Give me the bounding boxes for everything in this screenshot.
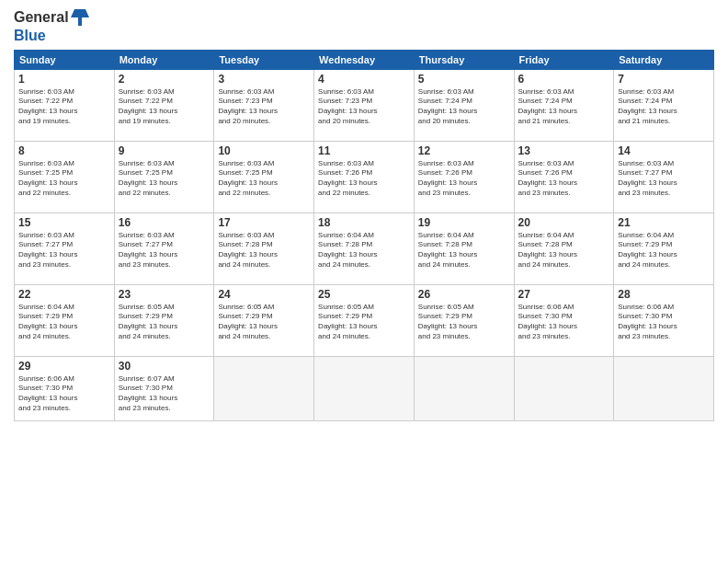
day-info: Sunrise: 6:06 AM Sunset: 7:30 PM Dayligh… [518,303,610,342]
calendar-cell: 19Sunrise: 6:04 AM Sunset: 7:28 PM Dayli… [414,213,514,284]
calendar-cell: 17Sunrise: 6:03 AM Sunset: 7:28 PM Dayli… [214,213,314,284]
calendar-cell: 25Sunrise: 6:05 AM Sunset: 7:29 PM Dayli… [314,284,415,356]
calendar-cell: 26Sunrise: 6:05 AM Sunset: 7:29 PM Dayli… [414,284,514,356]
day-number: 30 [119,360,210,373]
day-number: 25 [318,288,410,301]
day-number: 1 [18,73,110,86]
calendar-cell [514,356,614,420]
day-number: 14 [618,144,710,157]
calendar-cell: 13Sunrise: 6:03 AM Sunset: 7:26 PM Dayli… [514,141,614,213]
calendar-cell: 10Sunrise: 6:03 AM Sunset: 7:25 PM Dayli… [214,141,314,213]
weekday-header-saturday: Saturday [614,50,714,69]
weekday-header-wednesday: Wednesday [314,50,415,69]
day-number: 28 [618,288,710,301]
day-number: 5 [418,73,510,86]
day-number: 19 [418,216,510,229]
day-number: 12 [418,144,510,157]
day-number: 13 [518,144,610,157]
generalblue-arrow-icon [71,9,89,26]
calendar-cell: 27Sunrise: 6:06 AM Sunset: 7:30 PM Dayli… [514,284,614,356]
calendar-cell [214,356,314,420]
day-info: Sunrise: 6:03 AM Sunset: 7:25 PM Dayligh… [18,159,110,199]
day-info: Sunrise: 6:05 AM Sunset: 7:29 PM Dayligh… [218,303,310,342]
day-number: 22 [18,288,110,301]
calendar-cell: 15Sunrise: 6:03 AM Sunset: 7:27 PM Dayli… [15,213,115,284]
calendar-cell: 18Sunrise: 6:04 AM Sunset: 7:28 PM Dayli… [314,213,415,284]
day-info: Sunrise: 6:03 AM Sunset: 7:22 PM Dayligh… [119,87,210,127]
day-number: 27 [518,288,610,301]
calendar-table: SundayMondayTuesdayWednesdayThursdayFrid… [14,50,714,421]
day-info: Sunrise: 6:03 AM Sunset: 7:26 PM Dayligh… [418,159,510,199]
calendar-cell: 3Sunrise: 6:03 AM Sunset: 7:23 PM Daylig… [214,69,314,141]
calendar-week-row: 22Sunrise: 6:04 AM Sunset: 7:29 PM Dayli… [15,284,714,356]
day-info: Sunrise: 6:07 AM Sunset: 7:30 PM Dayligh… [119,374,210,414]
day-info: Sunrise: 6:04 AM Sunset: 7:28 PM Dayligh… [518,231,610,270]
day-info: Sunrise: 6:03 AM Sunset: 7:24 PM Dayligh… [618,87,710,127]
calendar-cell: 22Sunrise: 6:04 AM Sunset: 7:29 PM Dayli… [15,284,115,356]
day-number: 7 [618,73,710,86]
calendar-week-row: 29Sunrise: 6:06 AM Sunset: 7:30 PM Dayli… [15,356,714,420]
day-number: 9 [119,144,210,157]
header: GeneralBlue [14,9,714,44]
calendar-cell: 14Sunrise: 6:03 AM Sunset: 7:27 PM Dayli… [614,141,714,213]
day-info: Sunrise: 6:03 AM Sunset: 7:27 PM Dayligh… [119,231,210,270]
day-info: Sunrise: 6:03 AM Sunset: 7:23 PM Dayligh… [318,87,410,127]
calendar-cell: 5Sunrise: 6:03 AM Sunset: 7:24 PM Daylig… [414,69,514,141]
calendar-week-row: 15Sunrise: 6:03 AM Sunset: 7:27 PM Dayli… [15,213,714,284]
day-number: 26 [418,288,510,301]
day-number: 4 [318,73,410,86]
day-number: 17 [218,216,310,229]
calendar-week-row: 1Sunrise: 6:03 AM Sunset: 7:22 PM Daylig… [15,69,714,141]
page: GeneralBlue SundayMondayTuesdayWednesday… [0,0,728,563]
day-number: 20 [518,216,610,229]
day-info: Sunrise: 6:03 AM Sunset: 7:23 PM Dayligh… [218,87,310,127]
weekday-header-thursday: Thursday [414,50,514,69]
calendar-cell [414,356,514,420]
day-info: Sunrise: 6:03 AM Sunset: 7:26 PM Dayligh… [318,159,410,199]
calendar-cell: 12Sunrise: 6:03 AM Sunset: 7:26 PM Dayli… [414,141,514,213]
weekday-header-tuesday: Tuesday [214,50,314,69]
calendar-cell: 24Sunrise: 6:05 AM Sunset: 7:29 PM Dayli… [214,284,314,356]
calendar-cell: 11Sunrise: 6:03 AM Sunset: 7:26 PM Dayli… [314,141,415,213]
calendar-cell: 21Sunrise: 6:04 AM Sunset: 7:29 PM Dayli… [614,213,714,284]
day-info: Sunrise: 6:06 AM Sunset: 7:30 PM Dayligh… [618,303,710,342]
day-info: Sunrise: 6:03 AM Sunset: 7:27 PM Dayligh… [618,159,710,199]
day-info: Sunrise: 6:06 AM Sunset: 7:30 PM Dayligh… [18,374,110,414]
day-info: Sunrise: 6:05 AM Sunset: 7:29 PM Dayligh… [318,303,410,342]
calendar-cell: 7Sunrise: 6:03 AM Sunset: 7:24 PM Daylig… [614,69,714,141]
weekday-header-friday: Friday [514,50,614,69]
calendar-cell: 9Sunrise: 6:03 AM Sunset: 7:25 PM Daylig… [114,141,214,213]
day-number: 18 [318,216,410,229]
logo: GeneralBlue [14,9,89,44]
weekday-header-monday: Monday [114,50,214,69]
svg-marker-0 [71,9,89,26]
weekday-header-sunday: Sunday [15,50,115,69]
calendar-cell: 1Sunrise: 6:03 AM Sunset: 7:22 PM Daylig… [15,69,115,141]
day-number: 6 [518,73,610,86]
calendar-cell: 28Sunrise: 6:06 AM Sunset: 7:30 PM Dayli… [614,284,714,356]
calendar-cell: 30Sunrise: 6:07 AM Sunset: 7:30 PM Dayli… [114,356,214,420]
calendar-cell [614,356,714,420]
day-info: Sunrise: 6:04 AM Sunset: 7:29 PM Dayligh… [618,231,710,270]
day-number: 23 [119,288,210,301]
weekday-header-row: SundayMondayTuesdayWednesdayThursdayFrid… [15,50,714,69]
day-info: Sunrise: 6:03 AM Sunset: 7:22 PM Dayligh… [18,87,110,127]
day-info: Sunrise: 6:03 AM Sunset: 7:28 PM Dayligh… [218,231,310,270]
calendar-week-row: 8Sunrise: 6:03 AM Sunset: 7:25 PM Daylig… [15,141,714,213]
calendar-cell [314,356,415,420]
day-info: Sunrise: 6:05 AM Sunset: 7:29 PM Dayligh… [418,303,510,342]
day-number: 8 [18,144,110,157]
calendar-cell: 2Sunrise: 6:03 AM Sunset: 7:22 PM Daylig… [114,69,214,141]
day-number: 10 [218,144,310,157]
day-info: Sunrise: 6:03 AM Sunset: 7:24 PM Dayligh… [518,87,610,127]
calendar-cell: 29Sunrise: 6:06 AM Sunset: 7:30 PM Dayli… [15,356,115,420]
day-number: 2 [119,73,210,86]
day-number: 24 [218,288,310,301]
calendar-cell: 16Sunrise: 6:03 AM Sunset: 7:27 PM Dayli… [114,213,214,284]
day-info: Sunrise: 6:04 AM Sunset: 7:28 PM Dayligh… [418,231,510,270]
day-info: Sunrise: 6:03 AM Sunset: 7:26 PM Dayligh… [518,159,610,199]
calendar-cell: 23Sunrise: 6:05 AM Sunset: 7:29 PM Dayli… [114,284,214,356]
day-info: Sunrise: 6:03 AM Sunset: 7:25 PM Dayligh… [119,159,210,199]
day-number: 21 [618,216,710,229]
day-number: 15 [18,216,110,229]
